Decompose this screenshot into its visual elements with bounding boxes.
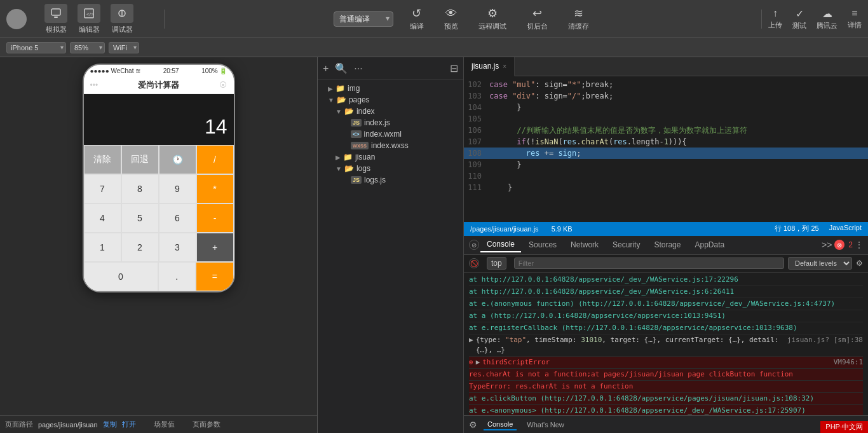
details-button[interactable]: ≡ 详情 xyxy=(848,8,862,30)
debug-tabs-right: >> ⊗ 2 ⋮ xyxy=(822,240,863,250)
svg-rect-1 xyxy=(54,17,58,18)
debug-clear-btn[interactable]: 🚫 xyxy=(469,258,479,268)
bottom-console-tab[interactable]: Console xyxy=(484,419,517,430)
debug-tab-storage[interactable]: Storage xyxy=(648,238,687,252)
calc-9-btn[interactable]: 9 xyxy=(159,174,196,203)
remote-debug-label: 远程调试 xyxy=(478,22,506,31)
calc-mul-btn[interactable]: * xyxy=(196,174,234,203)
console-output[interactable]: at http://127.0.0.1:64828/appservice/_de… xyxy=(464,273,868,416)
calc-5-btn[interactable]: 5 xyxy=(121,203,159,233)
editor-tab-close[interactable]: × xyxy=(503,63,506,70)
calc-add-btn[interactable]: + xyxy=(196,233,234,262)
folder-pages[interactable]: ▼ 📂 pages xyxy=(318,94,463,106)
folder-jisuan[interactable]: ▶ 📁 jisuan xyxy=(318,151,463,163)
calc-history-btn[interactable]: 🕐 xyxy=(159,145,196,174)
bottom-settings-icon[interactable]: ⚙ xyxy=(469,420,477,430)
file-index-wxss[interactable]: ▶ wxss index.wxss xyxy=(318,140,463,151)
debug-tab-security[interactable]: Security xyxy=(606,238,646,252)
network-select[interactable]: WiFi 4G 3G xyxy=(109,42,139,53)
code-footer-right: 行 108，列 25 JavaScript xyxy=(775,224,862,233)
scale-select[interactable]: 85% 100% 75% xyxy=(70,42,105,53)
tencent-cloud-button[interactable]: ☁ 腾讯云 xyxy=(817,8,837,31)
file-logs-js[interactable]: ▶ JS logs.js xyxy=(318,174,463,186)
collapse-panel-btn[interactable]: ⊟ xyxy=(450,62,458,74)
code-editor[interactable]: 102 case "mul": sign="*";break; 103 case… xyxy=(464,76,868,222)
calc-3-btn[interactable]: 3 xyxy=(159,233,196,262)
php-badge[interactable]: PHP·中文网 xyxy=(820,421,868,433)
file-index-js-label: index.js xyxy=(364,118,390,127)
calc-eq-btn[interactable]: = xyxy=(196,262,234,291)
remote-debug-button[interactable]: ⚙ 远程调试 xyxy=(478,6,506,31)
test-button[interactable]: ✓ 测试 xyxy=(792,8,806,31)
calc-2-btn[interactable]: 2 xyxy=(121,233,159,262)
calc-7-btn[interactable]: 7 xyxy=(84,174,121,203)
more-debug-tabs-btn[interactable]: >> xyxy=(822,240,832,250)
folder-index-arrow: ▼ xyxy=(336,108,342,115)
folder-logs[interactable]: ▼ 📂 logs xyxy=(318,163,463,174)
compile-select-wrap[interactable]: 普通编译 自定义编译 xyxy=(334,11,393,27)
calc-1-btn[interactable]: 1 xyxy=(84,233,121,262)
folder-pages-label: pages xyxy=(349,95,370,104)
calc-clear-btn[interactable]: 清除 xyxy=(84,145,121,174)
calc-4-btn[interactable]: 4 xyxy=(84,203,121,233)
more-options-btn[interactable]: ··· xyxy=(354,63,362,74)
compile-button[interactable]: ↺ 编译 xyxy=(410,6,424,31)
clear-cache-label: 清缓存 xyxy=(568,22,589,31)
console-line-2: at http://127.0.0.1:64828/appservice/_de… xyxy=(469,286,863,298)
top-label: top xyxy=(487,257,506,270)
calc-dot-btn[interactable]: . xyxy=(158,262,196,291)
compile-select[interactable]: 普通编译 自定义编译 xyxy=(334,11,393,27)
debug-tab-console[interactable]: Console xyxy=(480,237,521,252)
calc-8-btn[interactable]: 8 xyxy=(121,174,159,203)
simulator-button[interactable]: 模拟器 xyxy=(44,4,67,34)
wxss-file-icon: wxss xyxy=(351,142,369,149)
user-avatar[interactable] xyxy=(6,9,27,29)
editor-tab-jisuan-js[interactable]: jisuan.js × xyxy=(464,57,515,76)
copy-link[interactable]: 复制 xyxy=(103,420,117,429)
preview-button[interactable]: 👁 预览 xyxy=(444,7,458,31)
calc-0-btn[interactable]: 0 xyxy=(84,262,158,291)
debug-tab-network[interactable]: Network xyxy=(564,238,605,252)
folder-index[interactable]: ▼ 📂 index xyxy=(318,106,463,117)
calc-sub-btn[interactable]: - xyxy=(196,203,234,233)
file-index-wxml[interactable]: ▶ <> index.wxml xyxy=(318,128,463,140)
file-index-js[interactable]: ▶ JS index.js xyxy=(318,117,463,128)
event-expand[interactable]: ▶ xyxy=(469,335,473,345)
search-file-btn[interactable]: 🔍 xyxy=(335,62,348,74)
separator1 xyxy=(164,10,165,29)
folder-img[interactable]: ▶ 📁 img xyxy=(318,83,463,94)
open-link[interactable]: 打开 xyxy=(122,420,136,429)
filter-input[interactable] xyxy=(514,258,784,269)
upload-button[interactable]: ↑ 上传 xyxy=(768,8,782,30)
event-source: jisuan.js? [sm]:38 xyxy=(782,335,863,345)
editor-tab-filename: jisuan.js xyxy=(471,62,499,71)
error-expand[interactable]: ▶ xyxy=(476,357,480,368)
main-layout: ●●●●● WeChat ≋ 20:57 100% 🔋 ••• 爱尚计算器 ⦿ … xyxy=(0,57,868,433)
clear-cache-button[interactable]: ≋ 清缓存 xyxy=(568,6,589,31)
calc-div-btn[interactable]: / xyxy=(196,145,234,174)
debugger-button[interactable]: 调试器 xyxy=(111,4,133,34)
debug-settings-icon[interactable]: ⚙ xyxy=(856,259,863,268)
log-level-select[interactable]: Default levels Verbose Warnings Errors xyxy=(788,257,852,270)
phone-app-title: 爱尚计算器 xyxy=(138,79,179,91)
tencent-cloud-label: 腾讯云 xyxy=(817,21,837,31)
debug-more-options[interactable]: ⋮ xyxy=(855,240,863,249)
network-select-wrap[interactable]: WiFi 4G 3G xyxy=(109,42,139,53)
bottom-whatsnew-tab[interactable]: What's New xyxy=(523,420,567,430)
phone-record-btn[interactable]: ⦿ xyxy=(219,81,227,90)
simulator-icon xyxy=(44,4,67,23)
add-file-btn[interactable]: + xyxy=(323,63,329,74)
debug-tab-appdata[interactable]: AppData xyxy=(688,238,731,252)
scale-select-wrap[interactable]: 85% 100% 75% xyxy=(70,42,105,53)
device-select-wrap[interactable]: iPhone 5 iPhone 6 iPhone 6 Plus xyxy=(6,42,66,53)
debug-tab-sources[interactable]: Sources xyxy=(522,238,563,252)
debug-stop-btn[interactable]: ⊘ xyxy=(469,240,479,250)
backend-button[interactable]: ↩ 切后台 xyxy=(527,6,548,31)
calc-buttons: 清除 回退 🕐 / 7 8 9 * 4 5 xyxy=(84,145,234,291)
code-line-102: 102 case "mul": sign="*";break; xyxy=(464,79,868,90)
calc-6-btn[interactable]: 6 xyxy=(159,203,196,233)
calc-back-btn[interactable]: 回退 xyxy=(121,145,159,174)
console-line-e2: at e.<anonymous> (http://127.0.0.1:64828… xyxy=(469,405,863,416)
device-select[interactable]: iPhone 5 iPhone 6 iPhone 6 Plus xyxy=(6,42,66,53)
editor-button[interactable]: </> 编辑器 xyxy=(78,4,100,34)
